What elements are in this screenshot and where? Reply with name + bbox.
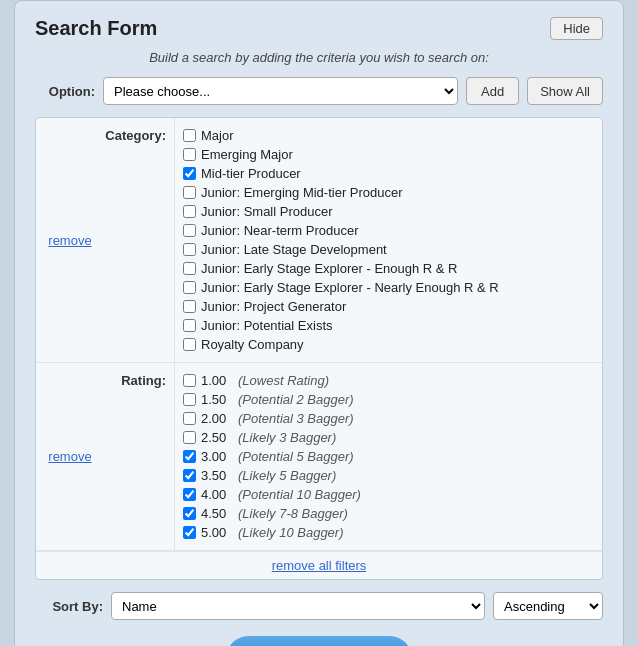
category-item-label: Junior: Early Stage Explorer - Nearly En… — [201, 280, 499, 295]
rating-checkbox[interactable] — [183, 412, 196, 425]
category-item-label: Junior: Small Producer — [201, 204, 333, 219]
rating-desc: (Lowest Rating) — [238, 373, 329, 388]
category-item: Major — [183, 126, 594, 145]
category-item: Junior: Emerging Mid-tier Producer — [183, 183, 594, 202]
rating-desc: (Likely 3 Bagger) — [238, 430, 336, 445]
rating-checkbox[interactable] — [183, 488, 196, 501]
search-btn-row: Search — [35, 636, 603, 646]
rating-value: 1.50 — [201, 392, 233, 407]
category-checkbox[interactable] — [183, 167, 196, 180]
rating-value: 2.00 — [201, 411, 233, 426]
category-item: Junior: Early Stage Explorer - Nearly En… — [183, 278, 594, 297]
category-options-col: MajorEmerging MajorMid-tier ProducerJuni… — [174, 118, 602, 362]
category-checkbox[interactable] — [183, 338, 196, 351]
rating-value: 5.00 — [201, 525, 233, 540]
category-item: Junior: Early Stage Explorer - Enough R … — [183, 259, 594, 278]
panel-header: Search Form Hide — [35, 17, 603, 40]
category-item-label: Junior: Early Stage Explorer - Enough R … — [201, 261, 458, 276]
rating-desc: (Likely 7-8 Bagger) — [238, 506, 348, 521]
sort-label: Sort By: — [35, 599, 103, 614]
filters-area: remove Category: MajorEmerging MajorMid-… — [35, 117, 603, 580]
rating-item: 5.00(Likely 10 Bagger) — [183, 523, 594, 542]
rating-checkbox[interactable] — [183, 431, 196, 444]
rating-options-col: 1.00(Lowest Rating)1.50(Potential 2 Bagg… — [174, 363, 602, 550]
rating-item: 4.50(Likely 7-8 Bagger) — [183, 504, 594, 523]
remove-all-row: remove all filters — [36, 551, 602, 579]
rating-checkbox[interactable] — [183, 507, 196, 520]
search-button[interactable]: Search — [226, 636, 412, 646]
category-item: Junior: Late Stage Development — [183, 240, 594, 259]
category-item-label: Royalty Company — [201, 337, 304, 352]
rating-value: 3.00 — [201, 449, 233, 464]
rating-desc: (Likely 10 Bagger) — [238, 525, 344, 540]
category-checkbox[interactable] — [183, 148, 196, 161]
option-row: Option: Please choose... Add Show All — [35, 77, 603, 105]
category-item: Emerging Major — [183, 145, 594, 164]
rating-item: 2.00(Potential 3 Bagger) — [183, 409, 594, 428]
category-label: Category: — [104, 118, 174, 362]
hide-button[interactable]: Hide — [550, 17, 603, 40]
category-checkbox[interactable] — [183, 243, 196, 256]
rating-item: 2.50(Likely 3 Bagger) — [183, 428, 594, 447]
category-item: Mid-tier Producer — [183, 164, 594, 183]
rating-checkbox[interactable] — [183, 450, 196, 463]
add-button[interactable]: Add — [466, 77, 519, 105]
rating-checkbox[interactable] — [183, 374, 196, 387]
rating-value: 4.50 — [201, 506, 233, 521]
category-item-label: Emerging Major — [201, 147, 293, 162]
rating-desc: (Potential 10 Bagger) — [238, 487, 361, 502]
category-item: Junior: Project Generator — [183, 297, 594, 316]
category-item-label: Junior: Project Generator — [201, 299, 346, 314]
rating-remove-link[interactable]: remove — [48, 449, 91, 464]
option-label: Option: — [35, 84, 95, 99]
rating-desc: (Likely 5 Bagger) — [238, 468, 336, 483]
category-remove-col: remove — [36, 118, 104, 362]
rating-value: 2.50 — [201, 430, 233, 445]
rating-value: 3.50 — [201, 468, 233, 483]
show-all-button[interactable]: Show All — [527, 77, 603, 105]
category-item: Junior: Potential Exists — [183, 316, 594, 335]
rating-label: Rating: — [104, 363, 174, 550]
category-item-label: Junior: Late Stage Development — [201, 242, 387, 257]
category-checkbox[interactable] — [183, 129, 196, 142]
category-checkbox[interactable] — [183, 205, 196, 218]
rating-remove-col: remove — [36, 363, 104, 550]
category-item-label: Mid-tier Producer — [201, 166, 301, 181]
category-checkbox[interactable] — [183, 281, 196, 294]
category-item-label: Junior: Near-term Producer — [201, 223, 359, 238]
rating-value: 4.00 — [201, 487, 233, 502]
rating-value: 1.00 — [201, 373, 233, 388]
rating-desc: (Potential 5 Bagger) — [238, 449, 354, 464]
rating-item: 1.00(Lowest Rating) — [183, 371, 594, 390]
rating-item: 4.00(Potential 10 Bagger) — [183, 485, 594, 504]
category-item: Royalty Company — [183, 335, 594, 354]
category-filter-row: remove Category: MajorEmerging MajorMid-… — [36, 118, 602, 363]
panel-title: Search Form — [35, 17, 157, 40]
sort-direction-select[interactable]: AscendingDescending — [493, 592, 603, 620]
category-item: Junior: Small Producer — [183, 202, 594, 221]
category-checkbox[interactable] — [183, 319, 196, 332]
category-checkbox[interactable] — [183, 300, 196, 313]
rating-item: 3.00(Potential 5 Bagger) — [183, 447, 594, 466]
rating-checkbox[interactable] — [183, 526, 196, 539]
sort-row: Sort By: NameRatingCategory AscendingDes… — [35, 592, 603, 620]
category-checkbox[interactable] — [183, 262, 196, 275]
rating-checkbox[interactable] — [183, 393, 196, 406]
rating-checkbox[interactable] — [183, 469, 196, 482]
category-checkbox[interactable] — [183, 186, 196, 199]
category-remove-link[interactable]: remove — [48, 233, 91, 248]
sort-by-select[interactable]: NameRatingCategory — [111, 592, 485, 620]
rating-item: 3.50(Likely 5 Bagger) — [183, 466, 594, 485]
rating-desc: (Potential 3 Bagger) — [238, 411, 354, 426]
category-item-label: Junior: Emerging Mid-tier Producer — [201, 185, 403, 200]
search-form-panel: Search Form Hide Build a search by addin… — [14, 0, 624, 646]
rating-filter-row: remove Rating: 1.00(Lowest Rating)1.50(P… — [36, 363, 602, 551]
category-item: Junior: Near-term Producer — [183, 221, 594, 240]
rating-desc: (Potential 2 Bagger) — [238, 392, 354, 407]
option-select[interactable]: Please choose... — [103, 77, 458, 105]
subtitle: Build a search by adding the criteria yo… — [35, 50, 603, 65]
rating-item: 1.50(Potential 2 Bagger) — [183, 390, 594, 409]
remove-all-link[interactable]: remove all filters — [272, 558, 367, 573]
category-checkbox[interactable] — [183, 224, 196, 237]
category-item-label: Major — [201, 128, 234, 143]
